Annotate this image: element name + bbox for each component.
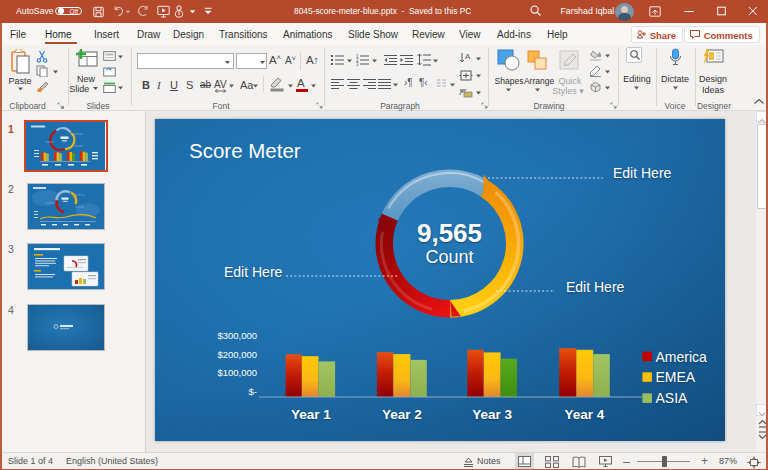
svg-text:Year 4: Year 4 — [565, 407, 605, 422]
svg-text:America: America — [656, 349, 708, 365]
svg-text:$-: $- — [249, 386, 257, 397]
svg-text:Year 3: Year 3 — [472, 407, 512, 422]
svg-text:Year 1: Year 1 — [291, 407, 331, 422]
svg-text:3: 3 — [356, 62, 359, 66]
svg-text:Edit Here: Edit Here — [224, 264, 283, 280]
svg-text:A: A — [465, 52, 471, 61]
svg-text:Score Meter: Score Meter — [189, 139, 301, 162]
svg-text:Year 2: Year 2 — [382, 407, 422, 422]
svg-text:$100,000: $100,000 — [217, 367, 257, 378]
svg-text:EMEA: EMEA — [656, 369, 696, 385]
svg-text:$200,000: $200,000 — [217, 349, 257, 360]
svg-text:Count: Count — [425, 247, 473, 267]
svg-text:9,565: 9,565 — [417, 218, 482, 248]
svg-text:Edit Here: Edit Here — [613, 165, 672, 181]
svg-text:Edit Here: Edit Here — [566, 279, 625, 295]
svg-text:ASIA: ASIA — [656, 390, 689, 406]
svg-text:$300,000: $300,000 — [217, 330, 257, 341]
